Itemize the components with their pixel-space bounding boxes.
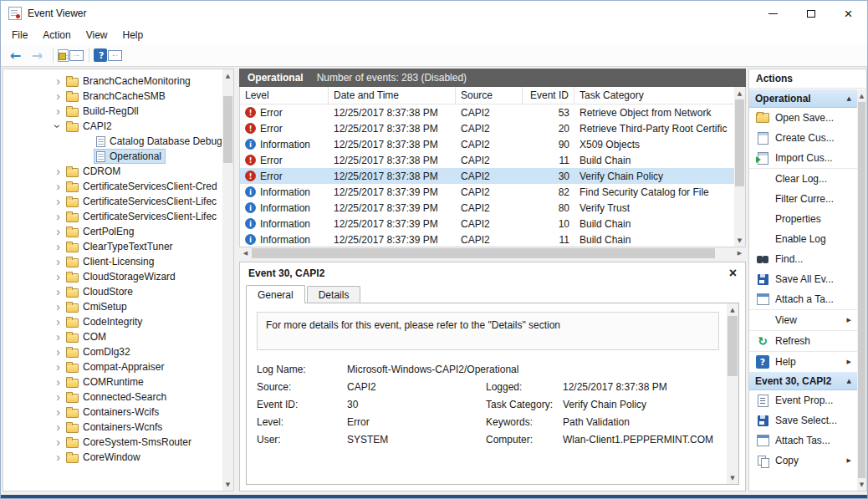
menu-action[interactable]: Action [35, 27, 78, 43]
tab-details[interactable]: Details [307, 286, 361, 303]
action-save-all-ev[interactable]: Save All Ev... [749, 269, 857, 289]
collapse-icon[interactable] [847, 95, 851, 102]
chevron-right-icon[interactable] [52, 331, 64, 343]
event-row[interactable]: Information12/25/2017 8:37:38 PMCAPI290X… [240, 136, 734, 152]
tree-item-coresystem-smsrouter[interactable]: CoreSystem-SmsRouter [3, 435, 222, 450]
scroll-left-button[interactable] [239, 247, 252, 259]
action-clear-log[interactable]: Clear Log... [749, 169, 857, 189]
column-header-date-and-time[interactable]: Date and Time [329, 87, 456, 104]
minimize-button[interactable] [754, 1, 792, 26]
tree-item-corewindow[interactable]: CoreWindow [3, 450, 222, 465]
back-icon[interactable] [5, 46, 26, 64]
scroll-up-button[interactable] [727, 303, 738, 316]
tree-item-com[interactable]: COM [3, 329, 222, 344]
scrollbar-thumb[interactable] [735, 99, 744, 186]
action-section-event-30-capi2[interactable]: Event 30, CAPI2 [749, 372, 857, 390]
tree-item-cloudstore[interactable]: CloudStore [3, 284, 222, 299]
scrollbar-thumb[interactable] [252, 248, 715, 258]
column-header-event-id[interactable]: Event ID [523, 87, 574, 104]
chevron-right-icon[interactable] [52, 181, 64, 192]
chevron-right-icon[interactable] [52, 391, 64, 403]
tree-item-certificateservicesclient-lifec[interactable]: CertificateServicesClient-Lifec [3, 209, 222, 224]
actions-scrollbar[interactable] [857, 89, 866, 491]
collapse-icon[interactable] [847, 378, 851, 384]
action-save-select[interactable]: Save Select... [749, 410, 857, 430]
chevron-right-icon[interactable] [52, 301, 64, 313]
chevron-right-icon[interactable] [52, 90, 64, 102]
chevron-right-icon[interactable] [52, 226, 64, 237]
chevron-right-icon[interactable] [52, 346, 64, 358]
column-header-source[interactable]: Source [456, 87, 523, 104]
chevron-right-icon[interactable] [52, 286, 64, 298]
chevron-right-icon[interactable] [52, 316, 64, 328]
scroll-up-button[interactable] [222, 69, 233, 82]
action-attach-tas[interactable]: Attach Tas... [749, 430, 857, 451]
chevron-right-icon[interactable] [52, 241, 64, 252]
tree-item-containers-wcifs[interactable]: Containers-Wcifs [3, 405, 222, 420]
chevron-right-icon[interactable] [52, 105, 64, 117]
chevron-right-icon[interactable] [52, 376, 64, 388]
chevron-down-icon[interactable] [52, 120, 64, 132]
tree-item-certpoleng[interactable]: CertPolEng [3, 224, 222, 239]
tree-item-operational[interactable]: Operational [3, 149, 222, 164]
chevron-right-icon[interactable] [52, 421, 64, 433]
action-event-prop[interactable]: Event Prop... [749, 390, 857, 410]
tree-item-certificateservicesclient-cred[interactable]: CertificateServicesClient-Cred [3, 179, 222, 194]
scroll-down-button[interactable] [734, 234, 745, 247]
tree-item-capi2[interactable]: CAPI2 [3, 119, 222, 134]
event-row[interactable]: Error12/25/2017 8:37:38 PMCAPI211Build C… [240, 152, 734, 168]
scroll-up-button[interactable] [857, 89, 866, 102]
action-enable-log[interactable]: Enable Log [749, 229, 857, 249]
action-view[interactable]: View [749, 310, 857, 330]
tree-item-catalog-database-debug[interactable]: Catalog Database Debug [3, 134, 222, 149]
action-create-cus[interactable]: Create Cus... [749, 128, 857, 148]
tree-item-compat-appraiser[interactable]: Compat-Appraiser [3, 359, 222, 374]
tree-item-comdlg32[interactable]: ComDlg32 [3, 344, 222, 359]
chevron-right-icon[interactable] [52, 271, 64, 283]
tree-item-comruntime[interactable]: COMRuntime [3, 374, 222, 390]
tree-item-cmisetup[interactable]: CmiSetup [3, 299, 222, 314]
menu-help[interactable]: Help [115, 27, 151, 43]
chevron-right-icon[interactable] [52, 211, 64, 222]
action-filter-curre[interactable]: Filter Curre... [749, 189, 857, 209]
menu-file[interactable]: File [4, 27, 35, 43]
scrollbar-thumb[interactable] [223, 96, 232, 163]
close-detail-icon[interactable] [729, 266, 737, 281]
help-icon[interactable] [94, 48, 107, 62]
scrollbar-thumb[interactable] [728, 316, 738, 376]
tree-item-codeintegrity[interactable]: CodeIntegrity [3, 314, 222, 329]
tree-item-client-licensing[interactable]: Client-Licensing [3, 254, 222, 269]
event-row[interactable]: Error12/25/2017 8:37:38 PMCAPI220Retriev… [240, 120, 734, 136]
tree-item-certificateservicesclient-lifec[interactable]: CertificateServicesClient-Lifec [3, 194, 222, 209]
event-row[interactable]: Information12/25/2017 8:37:39 PMCAPI282F… [240, 184, 734, 200]
chevron-right-icon[interactable] [52, 256, 64, 267]
scroll-up-button[interactable] [734, 87, 745, 99]
column-header-task-category[interactable]: Task Category [574, 87, 734, 104]
events-scrollbar[interactable] [734, 87, 745, 247]
action-help[interactable]: Help [749, 352, 857, 372]
chevron-right-icon[interactable] [52, 451, 64, 463]
column-header-level[interactable]: Level [240, 87, 329, 104]
chevron-right-icon[interactable] [52, 165, 64, 177]
chevron-right-icon[interactable] [52, 406, 64, 418]
action-import-cus[interactable]: Import Cus... [749, 148, 857, 168]
scroll-down-button[interactable] [727, 471, 738, 484]
close-button[interactable] [830, 1, 867, 26]
events-horizontal-scrollbar[interactable] [239, 247, 746, 259]
scroll-down-button[interactable] [222, 478, 233, 491]
tree-item-connected-search[interactable]: Connected-Search [3, 390, 222, 405]
scroll-down-button[interactable] [857, 478, 866, 491]
tree-item-containers-wcnfs[interactable]: Containers-Wcnfs [3, 420, 222, 435]
tree-item-branchcachemonitoring[interactable]: BranchCacheMonitoring [3, 74, 222, 89]
chevron-right-icon[interactable] [52, 196, 64, 207]
tree-item-cdrom[interactable]: CDROM [3, 164, 222, 179]
action-pane-icon[interactable] [108, 50, 122, 61]
action-section-operational[interactable]: Operational [749, 89, 857, 108]
document-icon[interactable] [58, 49, 69, 62]
tree-item-branchcachesmb[interactable]: BranchCacheSMB [3, 89, 222, 104]
event-row[interactable]: Information12/25/2017 8:37:39 PMCAPI211B… [240, 232, 734, 247]
scroll-right-button[interactable] [733, 247, 746, 259]
action-attach-a-ta[interactable]: Attach a Ta... [749, 289, 857, 309]
action-properties[interactable]: Properties [749, 209, 857, 229]
action-find[interactable]: Find... [749, 249, 857, 269]
